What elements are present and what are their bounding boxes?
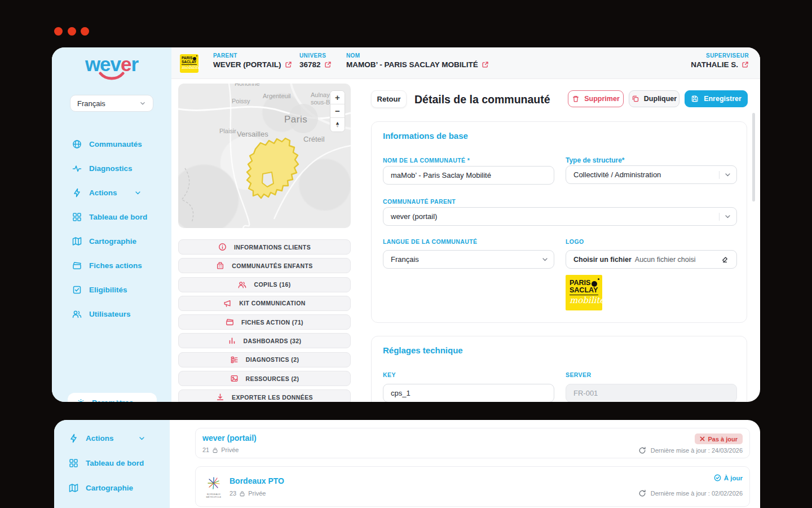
fiches-action-button[interactable]: FICHES ACTION (71): [178, 314, 351, 330]
superviseur-link[interactable]: NATHALIE S.: [691, 60, 749, 69]
diagnostics-button[interactable]: DIAGNOSTICS (2): [178, 352, 351, 367]
lightning-icon: [72, 188, 82, 198]
button-label: DASHBOARDS (32): [244, 338, 302, 344]
sidebar-item-eligibilites[interactable]: Eligibilités: [52, 278, 171, 302]
map-city-label: Poissy: [232, 98, 250, 104]
sidebar-item-label: Diagnostics: [89, 164, 133, 173]
window-dot-1[interactable]: [54, 27, 63, 36]
window-dot-2[interactable]: [68, 27, 76, 36]
refresh-icon[interactable]: [638, 446, 646, 454]
topbar-univers-group: UNIVERS 36782: [299, 52, 332, 69]
map-canvas[interactable]: Honorine Poissy Argenteuil Aulnay-sous-B…: [178, 84, 351, 228]
ps-logo-dot: [592, 281, 597, 287]
parent-community-label: COMMUNAUTÉ PARENT: [383, 198, 456, 205]
info-icon: [218, 243, 227, 251]
kit-communication-button[interactable]: KIT COMMUNICATION: [178, 296, 351, 311]
external-link-icon: [742, 61, 749, 68]
language-field-label: LANGUE DE LA COMMUNAUTÉ: [383, 238, 477, 245]
community-name-input[interactable]: maMob’ - Paris Saclay Mobilité: [383, 166, 554, 185]
copils-button[interactable]: COPILS (16): [178, 277, 351, 292]
external-link-icon: [285, 61, 292, 68]
community-language-select[interactable]: Français: [383, 250, 554, 269]
main-window: wever Français Communautés Diagnostics A…: [52, 47, 760, 402]
community-link[interactable]: wever (portail): [202, 433, 257, 443]
community-link[interactable]: Bordeaux PTO: [230, 476, 284, 485]
nom-link[interactable]: MAMOB’ - PARIS SACLAY MOBILITÉ: [346, 60, 489, 69]
univers-link[interactable]: 36782: [299, 60, 332, 69]
status-badge: À jour: [714, 474, 743, 481]
sidebar-item-actions[interactable]: Actions: [54, 426, 170, 450]
megaphone-icon: [223, 299, 232, 308]
univers-value: 36782: [299, 60, 321, 69]
choose-file-button[interactable]: Choisir un fichier: [573, 256, 632, 264]
sidebar-item-label: Actions: [86, 434, 114, 443]
topbar-nom-group: NOM MAMOB’ - PARIS SACLAY MOBILITÉ: [346, 52, 489, 69]
input-value: cps_1: [391, 389, 411, 397]
save-button[interactable]: Enregistrer: [685, 90, 748, 107]
logo-file-input[interactable]: Choisir un fichierAucun fichier choisi: [566, 250, 737, 269]
chevron-down-icon: [541, 256, 549, 263]
eraser-icon[interactable]: [721, 255, 729, 264]
ps-logo-line2: SACLAY: [180, 60, 198, 64]
sidebar-item-cartographie[interactable]: Cartographie: [54, 475, 170, 500]
globe-icon: [72, 139, 82, 149]
map-city-label: Argenteuil: [263, 93, 291, 99]
pulse-icon: [72, 164, 82, 173]
parent-link[interactable]: WEVER (PORTAIL): [213, 60, 292, 69]
exporter-les-donnees-button[interactable]: EXPORTER LES DONNÉES: [178, 389, 351, 402]
sidebar-item-cartographie[interactable]: Cartographie: [52, 229, 171, 253]
structure-type-select[interactable]: Collectivité / Administration: [566, 165, 737, 184]
communautes-enfants-button[interactable]: COMMUNAUTÉS ENFANTS: [178, 258, 351, 273]
ps-logo-dot: [193, 57, 196, 60]
secondary-window: Actions Tableau de bord Cartographie wev…: [54, 420, 760, 508]
dashboards-button[interactable]: DASHBOARDS (32): [178, 333, 351, 348]
wever-logo: wever: [52, 54, 171, 81]
card-heading: Informations de base: [383, 131, 468, 141]
map-tilt-button[interactable]: ▲▼: [330, 118, 345, 132]
sidebar-item-actions[interactable]: Actions: [52, 181, 171, 205]
lock-icon: [239, 491, 245, 497]
trash-icon: [572, 95, 580, 103]
select-divider: [719, 213, 720, 221]
sidebar-item-utilisateurs[interactable]: Utilisateurs: [52, 302, 171, 326]
ps-logo-dot-small: [196, 55, 197, 56]
button-label: INFORMATIONS CLIENTS: [234, 244, 311, 251]
map-highlight-region[interactable]: [247, 138, 298, 198]
ressources-button[interactable]: RESSOURCES (2): [178, 371, 351, 386]
duplicate-button[interactable]: Dupliquer: [629, 90, 679, 107]
sidebar-item-diagnostics[interactable]: Diagnostics: [52, 156, 171, 181]
window-dot-3[interactable]: [81, 27, 89, 36]
button-label: COPILS (16): [254, 281, 290, 288]
input-value: maMob’ - Paris Saclay Mobilité: [391, 171, 491, 179]
button-label: EXPORTER LES DONNÉES: [232, 394, 313, 401]
structure-type-label: Type de structure*: [566, 156, 624, 164]
nom-label: NOM: [346, 52, 489, 59]
map-zoom-in-button[interactable]: +: [330, 91, 345, 104]
server-input: FR-001: [566, 384, 737, 402]
back-button[interactable]: Retour: [371, 90, 407, 108]
map-city-label: Créteil: [303, 135, 325, 143]
refresh-icon[interactable]: [638, 489, 646, 497]
sidebar-item-tableau-de-bord[interactable]: Tableau de bord: [52, 205, 171, 229]
parent-community-select[interactable]: wever (portail): [383, 207, 737, 226]
external-link-icon: [482, 61, 489, 68]
community-row-wever-portail[interactable]: wever (portail) 21 Privée Pas à jour Der…: [195, 428, 750, 458]
key-input[interactable]: cps_1: [383, 384, 554, 402]
map-zoom-out-button[interactable]: −: [330, 104, 345, 118]
informations-clients-button[interactable]: INFORMATIONS CLIENTS: [178, 239, 351, 255]
map-city-label: Paris: [284, 114, 307, 125]
sidebar-item-label: Eligibilités: [89, 286, 127, 294]
language-select[interactable]: Français: [70, 95, 153, 112]
sidebar-item-fiches-actions[interactable]: Fiches actions: [52, 253, 171, 278]
sidebar-nav: Communautés Diagnostics Actions Tableau …: [52, 132, 171, 326]
vertical-scrollbar[interactable]: [752, 113, 755, 202]
community-row-bordeaux-pto[interactable]: BORDEAUX MÉTROPOLE Bordeaux PTO 23 Privé…: [195, 466, 750, 507]
delete-button[interactable]: Supprimer: [568, 90, 624, 107]
users-icon: [238, 281, 246, 289]
sidebar-item-communautes[interactable]: Communautés: [52, 132, 171, 156]
button-label: KIT COMMUNICATION: [239, 300, 305, 306]
chevron-down-icon: [724, 171, 731, 178]
sidebar-item-tableau-de-bord[interactable]: Tableau de bord: [54, 450, 170, 475]
sidebar-item-parametres-partial[interactable]: Paramètres: [68, 393, 157, 402]
map-controls: + − ▲▼: [330, 90, 345, 132]
